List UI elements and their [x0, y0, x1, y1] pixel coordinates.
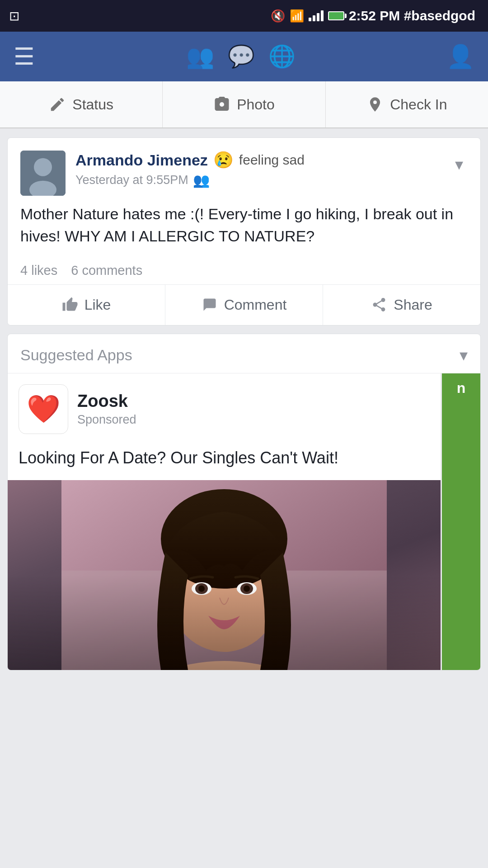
avatar-image	[20, 151, 66, 196]
friends-icon[interactable]: 👥	[186, 43, 214, 70]
app-image[interactable]	[8, 480, 441, 670]
wifi-icon: 📶	[290, 9, 304, 23]
profile-menu-icon[interactable]: 👤	[446, 43, 474, 70]
battery-icon	[328, 11, 344, 20]
comment-button[interactable]: Comment	[165, 285, 323, 325]
thumbs-up-icon	[62, 297, 78, 313]
svg-point-12	[237, 582, 257, 595]
post-stats: 4 likes 6 comments	[8, 257, 480, 285]
suggested-apps-header: Suggested Apps ▾	[8, 334, 480, 373]
svg-rect-4	[61, 571, 387, 670]
photo-label: Photo	[237, 96, 275, 113]
news-feed: Armando Jimenez 😢 feeling sad Yesterday …	[0, 128, 488, 679]
app-image-svg	[61, 480, 387, 670]
dropdown-icon[interactable]: ▾	[450, 151, 468, 179]
svg-point-7	[165, 516, 283, 652]
svg-point-13	[240, 583, 253, 594]
svg-point-5	[134, 661, 314, 670]
action-bar: Status Photo Check In	[0, 81, 488, 128]
svg-point-9	[192, 582, 211, 595]
status-bar: ⊡ 🔇 📶 2:52 PM #basedgod	[0, 0, 488, 32]
app-ads-row: ❤️ Zoosk Sponsored Looking For A Date? O…	[8, 373, 480, 670]
post-actions: Like Comment Share	[8, 285, 480, 325]
post-header: Armando Jimenez 😢 feeling sad Yesterday …	[8, 138, 480, 203]
status-bar-right: 🔇 📶 2:52 PM #basedgod	[271, 8, 479, 24]
photo-button[interactable]: Photo	[163, 81, 325, 127]
app-logo: ❤️	[19, 384, 68, 434]
globe-icon[interactable]: 🌐	[268, 44, 296, 69]
hamburger-icon[interactable]: ☰	[14, 43, 35, 70]
suggested-apps-chevron[interactable]: ▾	[460, 346, 468, 365]
svg-point-1	[34, 158, 52, 176]
app-name: Zoosk	[77, 392, 136, 411]
status-time: 2:52 PM #basedgod	[349, 8, 475, 24]
chat-icon[interactable]: 💬	[228, 44, 255, 69]
svg-point-8	[161, 489, 287, 589]
svg-rect-3	[61, 480, 387, 670]
heart-icon: ❤️	[27, 393, 61, 425]
post-timestamp: Yesterday at 9:55PM 👥	[75, 172, 441, 188]
post-card: Armando Jimenez 😢 feeling sad Yesterday …	[7, 137, 481, 326]
suggested-apps-label: Suggested Apps	[20, 346, 132, 364]
mute-icon: 🔇	[271, 9, 285, 23]
app-details: Zoosk Sponsored	[77, 392, 136, 427]
svg-point-11	[198, 585, 205, 592]
checkin-icon	[366, 96, 384, 113]
side-ad: n	[442, 373, 480, 670]
post-content: Mother Nature hates me :(! Every-time I …	[8, 203, 480, 257]
status-button[interactable]: Status	[0, 81, 163, 127]
app-info: ❤️ Zoosk Sponsored	[8, 373, 441, 442]
like-button[interactable]: Like	[8, 285, 165, 325]
svg-point-14	[244, 585, 250, 592]
camera-icon	[213, 96, 230, 113]
like-label: Like	[84, 297, 111, 313]
avatar[interactable]	[20, 151, 66, 196]
side-ad-letter: n	[457, 380, 466, 396]
zoosk-ad[interactable]: ❤️ Zoosk Sponsored Looking For A Date? O…	[8, 373, 442, 670]
post-author[interactable]: Armando Jimenez	[75, 151, 208, 169]
navbar-icons: 👥 💬 🌐	[186, 43, 296, 70]
checkin-button[interactable]: Check In	[326, 81, 488, 127]
recorder-icon: ⊡	[9, 9, 19, 24]
comment-label: Comment	[224, 297, 287, 313]
facebook-navbar: ☰ 👥 💬 🌐 👤	[0, 32, 488, 81]
like-count[interactable]: 4 likes	[20, 263, 57, 278]
status-bar-left: ⊡	[9, 9, 19, 24]
signal-bars	[309, 10, 324, 21]
edit-icon	[49, 96, 66, 113]
post-meta: Armando Jimenez 😢 feeling sad Yesterday …	[75, 151, 441, 188]
checkin-label: Check In	[390, 96, 447, 113]
share-button[interactable]: Share	[323, 285, 480, 325]
audience-icon: 👥	[193, 172, 210, 188]
app-sponsored: Sponsored	[77, 413, 136, 427]
status-label: Status	[72, 96, 113, 113]
author-line: Armando Jimenez 😢 feeling sad	[75, 151, 441, 170]
post-feeling: feeling sad	[239, 152, 305, 168]
share-icon	[371, 297, 387, 313]
app-description: Looking For A Date? Our Singles Can't Wa…	[8, 442, 441, 480]
svg-point-10	[195, 583, 208, 594]
suggested-apps-card: Suggested Apps ▾ ❤️ Zoosk Sponsored Look…	[7, 334, 481, 670]
comment-icon	[202, 297, 218, 313]
comment-count[interactable]: 6 comments	[71, 263, 142, 278]
svg-rect-6	[206, 607, 242, 643]
share-label: Share	[394, 297, 432, 313]
